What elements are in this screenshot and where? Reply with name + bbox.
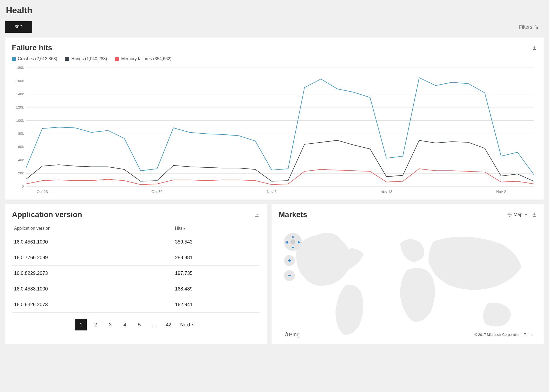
pan-center [290,239,295,244]
pager-page[interactable]: 2 [90,319,101,330]
download-icon[interactable] [532,212,537,217]
pager-page[interactable]: 3 [105,319,116,330]
cell-version: 16.0.7766.2099 [12,250,173,266]
cell-version: 16.0.8326.2073 [12,297,173,313]
pager-page[interactable]: 42 [163,319,174,330]
bing-logo: bBing [285,332,300,338]
svg-text:100k: 100k [16,119,24,123]
legend-swatch [12,57,16,61]
filters-button[interactable]: Filters [519,24,540,30]
legend-label: Crashes (2,613,863) [18,56,57,61]
table-row[interactable]: 16.0.7766.2099288,881 [12,250,260,266]
filters-label: Filters [519,24,532,30]
svg-text:Nov 2: Nov 2 [496,190,506,194]
markets-title: Markets [279,210,307,219]
markets-map[interactable]: ▲ ▼ ◀ ▶ + − bBing © 2017 Microsoft Corpo… [279,223,537,339]
download-icon[interactable] [532,45,537,50]
chart-legend: Crashes (2,613,863)Hangs (1,040,288)Memo… [12,56,537,61]
table-row[interactable]: 16.0.4588.1000168,489 [12,281,260,297]
svg-text:Nov 13: Nov 13 [380,190,393,194]
pager-page[interactable]: 1 [75,319,87,330]
legend-item[interactable]: Crashes (2,613,863) [12,56,57,61]
zoom-in-button[interactable]: + [284,255,295,266]
map-toggle-label: Map [514,212,523,217]
svg-text:120k: 120k [16,105,24,109]
legend-label: Hangs (1,040,288) [71,56,107,61]
svg-text:80k: 80k [18,131,24,136]
table-row[interactable]: 16.0.8326.2073162,941 [12,297,260,313]
cell-hits: 162,941 [173,297,260,313]
col-header-version[interactable]: Application version [12,223,173,234]
legend-item[interactable]: Hangs (1,040,288) [65,56,107,61]
map-controls: ▲ ▼ ◀ ▶ + − [284,233,302,281]
download-icon[interactable] [254,212,260,217]
cell-version: 16.0.4588.1000 [12,281,173,297]
world-map-svg [279,223,537,339]
legend-swatch [65,57,69,61]
cell-hits: 359,543 [173,234,260,250]
cell-hits: 288,881 [173,250,260,266]
legend-swatch [115,57,119,61]
svg-text:Oct 30: Oct 30 [152,190,163,194]
table-row[interactable]: 16.0.8229.2073197,735 [12,266,260,281]
page-title: Health [6,5,544,15]
cell-hits: 197,735 [173,266,260,281]
zoom-out-button[interactable]: − [284,270,295,281]
date-range-button[interactable]: 30D [5,21,32,33]
markets-card: Markets Map [272,204,544,344]
legend-label: Memory failures (354,662) [121,56,172,61]
pan-right-icon[interactable]: ▶ [298,240,301,244]
map-terms-link[interactable]: Terms [524,333,533,337]
globe-icon [507,212,512,217]
table-row[interactable]: 16.0.4561.1000359,543 [12,234,260,250]
chevron-down-icon [524,213,528,217]
svg-text:160k: 160k [16,79,24,83]
legend-item[interactable]: Memory failures (354,662) [115,56,172,61]
app-version-card: Application version Application version … [5,204,267,344]
map-pan-control[interactable]: ▲ ▼ ◀ ▶ [284,233,302,251]
app-version-table: Application version Hits▾ 16.0.4561.1000… [12,223,260,313]
svg-text:Oct 23: Oct 23 [37,190,48,194]
pan-left-icon[interactable]: ◀ [285,240,288,244]
svg-text:60k: 60k [18,145,24,149]
cell-version: 16.0.4561.1000 [12,234,173,250]
cell-version: 16.0.8229.2073 [12,266,173,281]
failure-hits-title: Failure hits [12,43,52,52]
svg-text:40k: 40k [18,158,24,162]
svg-text:0: 0 [22,184,24,188]
svg-text:20k: 20k [18,171,24,175]
pager-next[interactable]: Next› [178,322,196,328]
col-header-hits[interactable]: Hits▾ [173,223,260,234]
top-bar: 30D Filters [5,21,544,33]
failure-hits-chart: 020k40k60k80k100k120k140k160k180kOct 23O… [12,65,537,195]
svg-text:180k: 180k [16,66,24,70]
pan-down-icon[interactable]: ▼ [291,245,295,250]
pager-page[interactable]: 4 [119,319,130,330]
cell-hits: 168,489 [173,281,260,297]
filter-icon [534,24,540,30]
map-copyright: © 2017 Microsoft Corporation [475,333,521,337]
chevron-right-icon: › [192,322,193,328]
pan-up-icon[interactable]: ▲ [291,234,295,238]
map-toggle[interactable]: Map [507,212,528,217]
pager-ellipsis: … [148,319,160,330]
app-version-title: Application version [12,210,82,219]
svg-text:Nov 6: Nov 6 [267,190,277,194]
pagination: 12345…42Next› [12,319,260,330]
failure-hits-card: Failure hits Crashes (2,613,863)Hangs (1… [5,38,544,200]
sort-desc-icon: ▾ [183,227,185,231]
svg-text:140k: 140k [16,92,24,96]
pager-page[interactable]: 5 [134,319,145,330]
